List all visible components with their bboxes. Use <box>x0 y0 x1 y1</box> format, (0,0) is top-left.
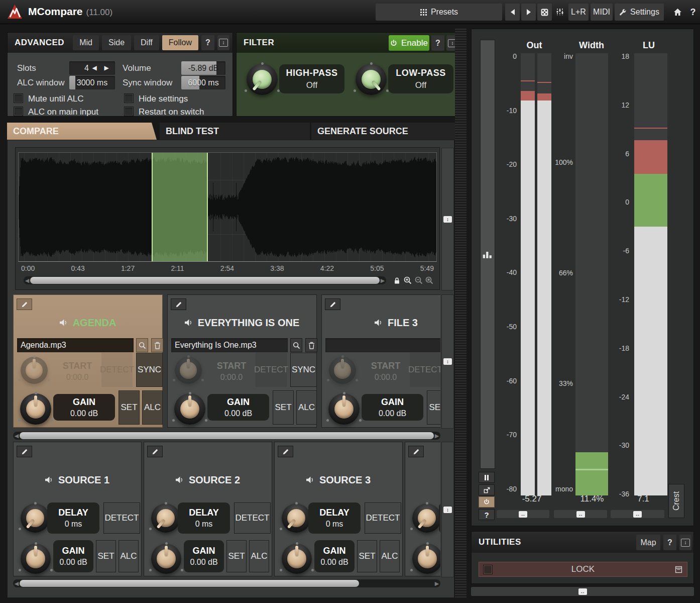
slots-increment[interactable]: ▶ <box>100 61 113 75</box>
map-button[interactable]: Map <box>636 535 660 550</box>
sources-scrollbar[interactable]: ◀ ▶ <box>13 579 440 587</box>
source-title[interactable] <box>405 473 440 486</box>
gain-knob[interactable] <box>412 544 440 574</box>
lu-meter-scrollbar[interactable]: ↔ <box>611 510 664 518</box>
settings-button[interactable]: Settings <box>615 4 664 21</box>
volume-field[interactable]: -5.89 dB <box>181 61 225 75</box>
detect-button[interactable]: DETECT <box>234 502 271 534</box>
file-field[interactable]: Everything Is One.mp3 <box>171 338 288 352</box>
waveform-scrollbar-thumb[interactable] <box>30 277 380 284</box>
high-pass-value[interactable]: HIGH-PASSOff <box>279 64 344 93</box>
tab-side[interactable]: Side <box>102 35 131 50</box>
gain-knob[interactable] <box>20 393 51 425</box>
gain-value[interactable]: GAIN0.00 dB <box>207 394 269 421</box>
channel-config-icon-button[interactable] <box>552 4 567 21</box>
hide-settings-checkbox[interactable] <box>124 93 134 103</box>
set-button[interactable]: SET <box>96 540 116 572</box>
edit-icon[interactable] <box>325 298 340 310</box>
source-title[interactable]: SOURCE 2 <box>144 473 272 486</box>
meter-help-button[interactable]: ? <box>479 509 495 520</box>
slot-title[interactable]: EVERYTHING IS ONE <box>168 316 316 329</box>
delay-value[interactable] <box>439 502 440 534</box>
tab-diff[interactable]: Diff <box>134 35 159 50</box>
slots-resize-handle[interactable]: ↕ <box>441 294 454 429</box>
utilities-scrollbar[interactable]: ↔ <box>471 587 694 596</box>
slots-scrollbar-thumb[interactable] <box>20 432 434 439</box>
detect-button[interactable]: DETECT <box>256 353 287 387</box>
slots-field[interactable]: 4 ◀ ▶ <box>69 61 115 75</box>
gain-knob[interactable] <box>174 393 205 425</box>
utilities-collapse-button[interactable]: ↕ <box>679 535 691 550</box>
slots-scrollbar[interactable]: ◀ ▶ <box>13 432 440 440</box>
detect-button[interactable]: DETECT <box>410 353 440 387</box>
slot-title[interactable]: FILE 3 <box>322 316 440 329</box>
sources-scrollbar-thumb[interactable] <box>20 580 359 587</box>
gain-knob[interactable] <box>151 544 181 574</box>
alc-on-main-input-checkbox[interactable] <box>14 107 23 116</box>
lock-bar[interactable]: LOCK <box>479 562 687 577</box>
detect-button[interactable]: DETECT <box>365 502 401 534</box>
channel-mode-button[interactable]: L+R <box>568 4 589 21</box>
gain-value[interactable]: GAIN0.00 dB <box>362 394 423 421</box>
random-preset-dice-button[interactable] <box>537 4 552 21</box>
source-title[interactable]: SOURCE 3 <box>275 473 402 486</box>
start-knob[interactable] <box>21 357 48 384</box>
tab-follow[interactable]: Follow <box>162 35 198 50</box>
trash-icon[interactable] <box>305 338 317 352</box>
gain-value[interactable]: GAIN0.00 dB <box>314 540 355 572</box>
low-pass-knob[interactable] <box>356 64 387 95</box>
gain-knob[interactable] <box>282 544 312 574</box>
lock-checkbox[interactable] <box>483 565 493 574</box>
midi-button[interactable]: MIDI <box>591 4 613 21</box>
low-pass-value[interactable]: LOW-PASSOff <box>388 64 453 93</box>
detect-button[interactable]: DETECT <box>103 502 140 534</box>
waveform-scrollbar[interactable]: ◀ ▶ <box>24 276 386 284</box>
utilities-help-button[interactable]: ? <box>663 535 676 550</box>
detect-button[interactable]: DETECT <box>101 353 133 387</box>
set-button[interactable]: SET <box>357 540 377 572</box>
source-title[interactable]: SOURCE 1 <box>14 473 141 486</box>
filter-help-button[interactable]: ? <box>431 35 444 51</box>
help-button[interactable]: ? <box>687 4 699 21</box>
zoom-in-icon[interactable] <box>403 276 412 285</box>
set-button[interactable]: SET <box>226 540 247 572</box>
delay-knob[interactable] <box>21 504 50 533</box>
high-pass-knob[interactable] <box>247 64 278 95</box>
edit-icon[interactable] <box>17 298 32 310</box>
alc-button[interactable]: ALC <box>380 540 400 572</box>
edit-icon[interactable] <box>17 446 32 457</box>
zoom-fit-icon[interactable] <box>425 276 434 285</box>
set-button[interactable]: SET <box>119 390 140 425</box>
alc-button[interactable]: ALC <box>142 390 163 425</box>
advanced-collapse-button[interactable]: ↕ <box>217 35 229 50</box>
file-field[interactable] <box>325 338 440 352</box>
delay-value[interactable]: DELAY0 ms <box>47 502 99 534</box>
presets-button[interactable]: Presets <box>376 4 502 21</box>
alc-button[interactable]: ALC <box>296 390 317 425</box>
advanced-help-button[interactable]: ? <box>201 35 214 50</box>
previous-preset-button[interactable] <box>505 4 520 21</box>
gain-value[interactable]: GAIN0.00 dB <box>53 394 115 421</box>
home-button[interactable] <box>670 4 685 21</box>
slots-decrement[interactable]: ◀ <box>88 61 101 75</box>
start-knob[interactable] <box>175 357 202 384</box>
width-meter-scrollbar[interactable]: ↔ <box>554 510 607 518</box>
tab-blind-test[interactable]: BLIND TEST <box>160 123 310 140</box>
sync-window-field[interactable]: 6000 ms <box>181 76 225 89</box>
edit-icon[interactable] <box>278 446 293 457</box>
delay-value[interactable]: DELAY0 ms <box>178 502 230 534</box>
delay-knob[interactable] <box>412 504 440 533</box>
sources-resize-handle[interactable]: ↕ <box>441 442 454 577</box>
out-meter-scrollbar[interactable]: ↔ <box>497 510 549 518</box>
gain-knob[interactable] <box>328 393 360 425</box>
delay-knob[interactable] <box>151 504 180 533</box>
waveform-display[interactable] <box>18 152 437 262</box>
window-resize-strip[interactable] <box>455 29 466 598</box>
start-knob[interactable] <box>329 357 356 384</box>
trash-icon[interactable] <box>151 338 163 352</box>
zoom-out-icon[interactable] <box>414 276 423 285</box>
next-preset-button[interactable] <box>521 4 536 21</box>
meter-power-button[interactable] <box>479 496 495 508</box>
tab-generate-source[interactable]: GENERATE SOURCE <box>311 123 462 140</box>
edit-icon[interactable] <box>171 298 186 310</box>
